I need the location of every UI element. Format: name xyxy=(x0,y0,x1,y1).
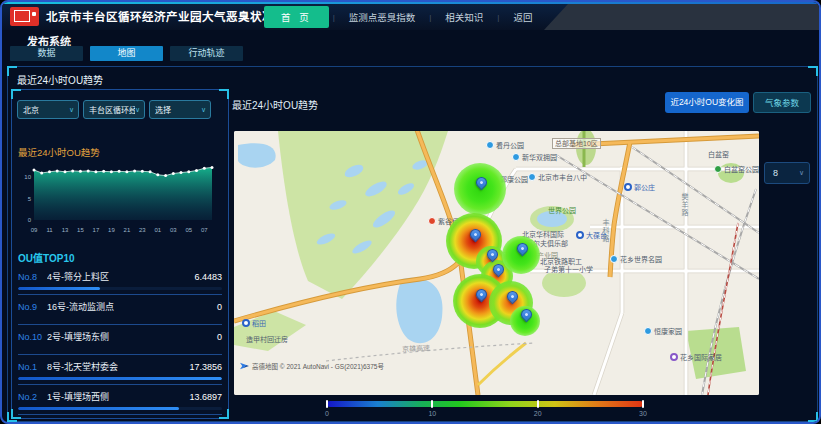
svg-text:21: 21 xyxy=(124,227,131,233)
chevron-down-icon: ∨ xyxy=(135,106,144,114)
ou-value: 13.6897 xyxy=(189,392,222,402)
svg-text:03: 03 xyxy=(170,227,177,233)
nav-item-1[interactable]: 监测点恶臭指数 xyxy=(339,7,426,27)
ou-bar-fill xyxy=(18,287,100,290)
ou-site-name: 16号-流动监测点 xyxy=(47,300,217,313)
green-poi-icon xyxy=(714,165,722,173)
dashboard-root: 北京市丰台区循环经济产业园大气恶臭状况实时 首 页|监测点恶臭指数|相关知识|返… xyxy=(0,0,821,424)
map-label-text: 子弟第十一小学 xyxy=(544,266,593,273)
filter-select-1[interactable]: 丰台区循环经济产∨ xyxy=(83,100,145,119)
map-label-text: 稻田 xyxy=(252,320,266,327)
map-label: 花乡世界名园 xyxy=(610,255,662,263)
tab-2[interactable]: 行动轨迹 xyxy=(170,46,243,61)
ou-bar-fill xyxy=(18,407,179,410)
map-level-select[interactable]: 8 ∨ xyxy=(764,162,810,184)
map-label-text: 造甲村回迁房 xyxy=(246,336,288,343)
svg-text:01: 01 xyxy=(154,227,161,233)
legend-tick-label: 10 xyxy=(428,410,436,417)
filter-select-value: 选择 xyxy=(150,104,201,115)
amap-logo-icon xyxy=(240,362,249,371)
ou-bar-track xyxy=(18,407,222,410)
map-label: 京雄高速 xyxy=(402,344,430,352)
ou-top-title: OU值TOP10 xyxy=(18,250,75,265)
map-label: 北京市丰台八中 xyxy=(528,173,587,181)
ou-rank-label: No.8 xyxy=(18,272,47,282)
corner-accent xyxy=(11,89,21,99)
ou-rank-label: No.9 xyxy=(18,302,47,312)
tab-0[interactable]: 数据 xyxy=(10,46,83,61)
blue-poi-icon xyxy=(528,173,536,181)
ou-rank-label: No.2 xyxy=(18,392,47,402)
legend-notch xyxy=(642,400,644,408)
top-accent-line xyxy=(2,2,819,4)
map-label: 郭公庄 xyxy=(624,183,655,191)
map-label: 花乡国际家居 xyxy=(670,353,722,361)
main-nav: 首 页|监测点恶臭指数|相关知识|返回 xyxy=(264,4,542,30)
nav-item-2[interactable]: 相关知识 xyxy=(435,7,493,27)
ou-bar-track xyxy=(18,377,222,380)
map-label: 稻田 xyxy=(242,319,266,327)
map-label: 樊羊路 xyxy=(681,193,688,217)
map-canvas[interactable]: 高德地图 © 2021 AutoNavi - GS(2021)6375号 看丹公… xyxy=(234,131,759,395)
metro-station-icon xyxy=(624,183,632,191)
map-label: 总部基地10区 xyxy=(552,138,601,149)
map-label-text: 看丹公园 xyxy=(496,142,524,149)
blue-poi-icon xyxy=(644,327,652,335)
ou-change-chart-button[interactable]: 近24小时OU变化图 xyxy=(665,92,749,113)
map-label-text: 花乡国际家居 xyxy=(680,354,722,361)
blue-poi-icon xyxy=(610,255,618,263)
ou-top-row[interactable]: No.21号-填埋场西侧13.6897 xyxy=(18,385,222,415)
blue-poi-icon xyxy=(512,153,520,161)
ou-bar-fill xyxy=(18,377,222,380)
map-label-text: 郭公庄 xyxy=(634,184,655,191)
left-stats-panel: 北京∨丰台区循环经济产∨选择∨ 最近24小时OU趋势 0911131517192… xyxy=(11,89,229,419)
heatmap-legend-bar xyxy=(327,401,643,407)
ou-top-row[interactable]: No.916号-流动监测点0 xyxy=(18,295,222,325)
ou-rank-label: No.1 xyxy=(18,362,47,372)
purple-poi-icon xyxy=(670,353,678,361)
legend-notch xyxy=(431,400,433,408)
map-label: 丰科路 xyxy=(602,219,609,243)
legend-notch xyxy=(537,400,539,408)
nav-separator: | xyxy=(333,13,335,22)
ou-top-row[interactable]: No.84号-筛分上料区6.4483 xyxy=(18,265,222,295)
svg-text:13: 13 xyxy=(62,227,69,233)
map-label-text: 京雄高速 xyxy=(402,344,430,352)
chevron-down-icon: ∨ xyxy=(69,106,78,114)
weather-params-button[interactable]: 气象参数 xyxy=(753,92,811,113)
nav-item-0[interactable]: 首 页 xyxy=(264,6,329,28)
svg-text:05: 05 xyxy=(185,227,192,233)
ou-top-row-text: No.916号-流动监测点0 xyxy=(18,295,222,313)
ou-top-row[interactable]: No.18号-北天堂村委会17.3856 xyxy=(18,355,222,385)
tab-1[interactable]: 地图 xyxy=(90,46,163,61)
map-label: 恒康家园 xyxy=(644,327,682,335)
legend-tick-label: 30 xyxy=(639,410,647,417)
svg-text:15: 15 xyxy=(77,227,84,233)
map-attribution-text: 高德地图 © 2021 AutoNavi - GS(2021)6375号 xyxy=(252,361,384,371)
map-label: 白盆窑公园 xyxy=(714,165,759,173)
map-label: 子弟第十一小学 xyxy=(544,266,593,273)
metro-station-icon xyxy=(576,231,584,239)
header-bar: 北京市丰台区循环经济产业园大气恶臭状况实时 首 页|监测点恶臭指数|相关知识|返… xyxy=(2,4,819,30)
ou-trend-chart: 0911131517192123010305070510 xyxy=(18,158,222,242)
chevron-down-icon: ∨ xyxy=(201,106,210,114)
view-tabs: 数据地图行动轨迹 xyxy=(10,46,243,61)
map-label-text: 丰科路 xyxy=(602,219,609,243)
svg-text:07: 07 xyxy=(201,227,208,233)
ou-rank-label: No.10 xyxy=(18,332,47,342)
ou-top-row[interactable]: No.102号-填埋场东侧0 xyxy=(18,325,222,355)
corner-accent xyxy=(808,66,818,76)
corner-accent xyxy=(7,66,17,76)
nav-separator: | xyxy=(497,13,499,22)
map-label-text: 白盆窑公园 xyxy=(724,166,759,173)
trend-chart-label: 最近24小时OU趋势 xyxy=(18,145,100,159)
map-level-value: 8 xyxy=(765,168,799,178)
corner-accent xyxy=(808,412,818,422)
filter-select-0[interactable]: 北京∨ xyxy=(17,100,79,119)
svg-text:5: 5 xyxy=(28,196,32,202)
chevron-down-icon: ∨ xyxy=(799,169,809,177)
blue-poi-icon xyxy=(486,141,494,149)
nav-item-3[interactable]: 返回 xyxy=(503,7,542,27)
ou-top-row-text: No.84号-筛分上料区6.4483 xyxy=(18,265,222,283)
filter-select-2[interactable]: 选择∨ xyxy=(149,100,211,119)
